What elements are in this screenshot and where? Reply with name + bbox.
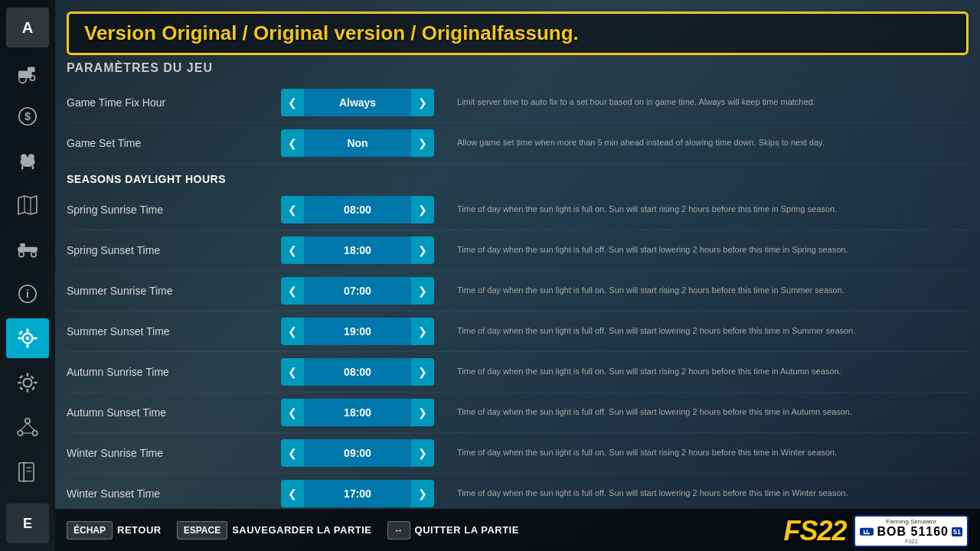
prev-autumn-sunset[interactable]: ❮ (281, 399, 304, 426)
svg-rect-31 (34, 382, 38, 383)
next-summer-sunrise[interactable]: ❯ (411, 277, 434, 305)
fs-text: FS (783, 515, 817, 546)
setting-control-autumn-sunset: ❮ 18:00 ❯ (281, 399, 434, 426)
sidebar-item-economy[interactable]: $ (6, 96, 49, 136)
quit-button[interactable]: ↔ QUITTER LA PARTIE (387, 517, 519, 543)
prev-winter-sunrise[interactable]: ❮ (281, 439, 304, 467)
svg-rect-29 (27, 389, 28, 393)
next-autumn-sunrise[interactable]: ❯ (411, 358, 434, 386)
svg-line-40 (28, 423, 35, 431)
setting-label-autumn-sunrise: Autumn Sunrise Time (67, 366, 281, 378)
desc-autumn-sunset: Time of day when the sun light is full o… (434, 406, 972, 418)
setting-control-summer-sunrise: ❮ 07:00 ❯ (281, 277, 434, 305)
prev-spring-sunset[interactable]: ❮ (281, 236, 304, 264)
setting-row-game-set-time: Game Set Time ❮ Non ❯ Allow game set tim… (67, 123, 972, 164)
sidebar-item-network[interactable] (6, 407, 49, 447)
svg-rect-17 (20, 243, 24, 247)
quit-label: QUITTER LA PARTIE (415, 524, 519, 536)
network-icon (15, 415, 40, 439)
desc-summer-sunrise: Time of day when the sun light is full o… (434, 285, 972, 296)
setting-control-game-set-time: ❮ Non ❯ (281, 129, 434, 157)
sidebar-item-production[interactable] (6, 230, 49, 269)
desc-winter-sunset: Time of day when the sun light is full o… (434, 487, 972, 499)
desc-spring-sunrise: Time of day when the sun light is full o… (434, 204, 972, 215)
svg-point-16 (31, 252, 36, 256)
setting-label-summer-sunset: Summer Sunset Time (67, 325, 281, 337)
setting-label-spring-sunrise: Spring Sunrise Time (67, 204, 281, 216)
next-autumn-sunset[interactable]: ❯ (411, 399, 434, 426)
setting-label-game-time-fix-hour: Game Time Fix Hour (67, 96, 281, 109)
svg-point-38 (32, 431, 37, 435)
back-button[interactable]: ÉCHAP RETOUR (67, 517, 162, 543)
settings-area: Game Time Fix Hour ❮ Always ❯ Limit serv… (67, 83, 980, 509)
setting-label-summer-sunrise: Summer Sunrise Time (67, 285, 281, 297)
sidebar-item-info[interactable]: i (6, 274, 49, 314)
svg-rect-3 (28, 67, 35, 72)
gear-tractor-icon (15, 326, 40, 350)
next-spring-sunrise[interactable]: ❯ (411, 196, 434, 223)
save-key: ESPACE (177, 521, 227, 540)
desc-winter-sunrise: Time of day when the sun light is full o… (434, 447, 972, 458)
version-banner: Version Original / Original version / Or… (67, 11, 969, 55)
next-winter-sunset[interactable]: ❯ (411, 480, 434, 507)
map-icon (15, 193, 40, 217)
desc-game-set-time: Allow game set time when more than 5 min… (434, 137, 972, 148)
sidebar-item-bottom-e[interactable]: E (6, 504, 49, 543)
sidebar-item-book[interactable] (6, 452, 49, 491)
prev-game-set-time[interactable]: ❮ (281, 129, 304, 157)
desc-summer-sunset: Time of day when the sun light is full o… (434, 325, 972, 337)
settings-scroll[interactable]: Game Time Fix Hour ❮ Always ❯ Limit serv… (67, 83, 980, 509)
svg-rect-24 (18, 337, 22, 339)
back-key: ÉCHAP (67, 521, 113, 540)
sidebar-item-animals[interactable] (6, 141, 49, 181)
setting-row-summer-sunrise: Summer Sunrise Time ❮ 07:00 ❯ Time of da… (67, 271, 972, 311)
sidebar-item-a[interactable]: A (6, 8, 49, 47)
bottom-bar: ÉCHAP RETOUR ESPACE SAUVEGARDER LA PARTI… (55, 509, 980, 551)
setting-control-game-time-fix-hour: ❮ Always ❯ (281, 89, 434, 116)
setting-label-game-set-time: Game Set Time (67, 137, 281, 149)
next-spring-sunset[interactable]: ❯ (411, 236, 434, 264)
quit-key: ↔ (387, 521, 410, 540)
next-summer-sunset[interactable]: ❯ (411, 318, 434, 345)
desc-spring-sunset: Time of day when the sun light is full o… (434, 244, 972, 256)
setting-row-autumn-sunset: Autumn Sunset Time ❮ 18:00 ❯ Time of day… (67, 393, 972, 433)
svg-rect-9 (21, 165, 23, 169)
sidebar-item-tractor[interactable] (6, 52, 49, 92)
setting-label-winter-sunset: Winter Sunset Time (67, 487, 281, 500)
next-game-set-time[interactable]: ❯ (411, 129, 434, 157)
svg-rect-10 (32, 165, 34, 169)
value-game-set-time: Non (304, 129, 411, 157)
prev-summer-sunrise[interactable]: ❮ (281, 277, 304, 305)
prev-winter-sunset[interactable]: ❮ (281, 480, 304, 507)
svg-rect-23 (26, 344, 28, 348)
setting-row-spring-sunrise: Spring Sunrise Time ❮ 08:00 ❯ Time of da… (67, 190, 972, 230)
save-button[interactable]: ESPACE SAUVEGARDER LA PARTIE (177, 517, 372, 543)
setting-row-summer-sunset: Summer Sunset Time ❮ 19:00 ❯ Time of day… (67, 311, 972, 352)
license-footer: FS22 (860, 539, 962, 544)
next-winter-sunrise[interactable]: ❯ (411, 439, 434, 467)
cow-icon (15, 148, 40, 173)
dollar-icon: $ (15, 104, 40, 129)
section-header-seasons: SEASONS DAYLIGHT HOURS (67, 164, 972, 190)
svg-point-21 (26, 337, 30, 341)
prev-game-time-fix-hour[interactable]: ❮ (281, 89, 304, 116)
prev-spring-sunrise[interactable]: ❮ (281, 196, 304, 223)
license-header: Farming Simulator (860, 518, 962, 525)
setting-control-winter-sunrise: ❮ 09:00 ❯ (281, 439, 434, 467)
prev-autumn-sunrise[interactable]: ❮ (281, 358, 304, 386)
fs22-logo: FS22 (783, 515, 846, 547)
conveyor-icon (15, 237, 40, 262)
svg-rect-26 (18, 331, 23, 335)
svg-rect-25 (33, 337, 38, 339)
sidebar-item-settings[interactable] (6, 363, 49, 403)
svg-point-36 (25, 419, 30, 423)
sidebar-item-settings-active[interactable] (6, 318, 49, 358)
svg-rect-34 (31, 376, 34, 380)
prev-summer-sunset[interactable]: ❮ (281, 318, 304, 345)
setting-label-autumn-sunset: Autumn Sunset Time (67, 406, 281, 419)
svg-rect-33 (31, 386, 35, 390)
gear-icon (15, 370, 40, 395)
sidebar-item-map[interactable] (6, 185, 49, 225)
setting-row-winter-sunset: Winter Sunset Time ❮ 17:00 ❯ Time of day… (67, 474, 972, 509)
next-game-time-fix-hour[interactable]: ❯ (411, 89, 434, 116)
